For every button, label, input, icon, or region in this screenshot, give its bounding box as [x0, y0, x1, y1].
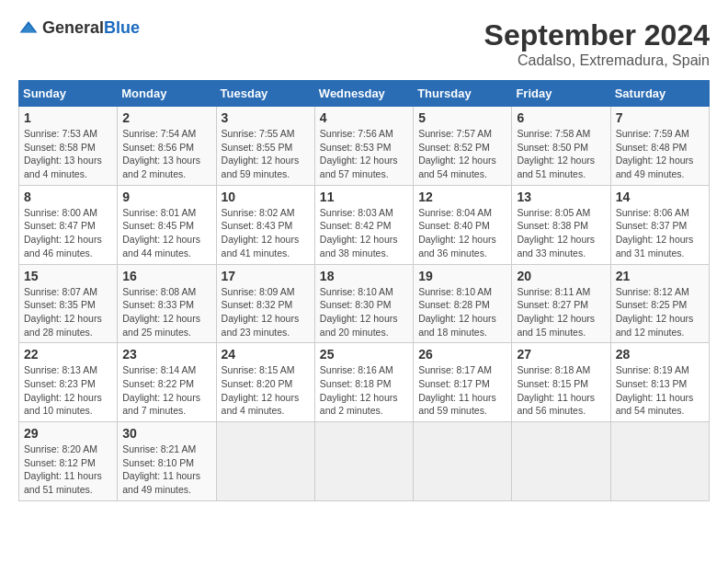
weekday-header-saturday: Saturday — [610, 81, 709, 107]
calendar-cell: 16Sunrise: 8:08 AM Sunset: 8:33 PM Dayli… — [118, 264, 216, 343]
logo-text: GeneralBlue — [42, 18, 140, 38]
calendar-cell — [610, 422, 709, 501]
title-area: September 2024 Cadalso, Extremadura, Spa… — [484, 18, 710, 69]
calendar-cell: 9Sunrise: 8:01 AM Sunset: 8:45 PM Daylig… — [118, 185, 216, 264]
calendar-cell: 10Sunrise: 8:02 AM Sunset: 8:43 PM Dayli… — [216, 185, 314, 264]
day-number: 5 — [418, 110, 506, 125]
weekday-header-friday: Friday — [512, 81, 610, 107]
calendar-cell: 26Sunrise: 8:17 AM Sunset: 8:17 PM Dayli… — [414, 343, 512, 422]
calendar-cell: 19Sunrise: 8:10 AM Sunset: 8:28 PM Dayli… — [414, 264, 512, 343]
day-number: 2 — [122, 110, 210, 125]
day-number: 14 — [616, 190, 704, 204]
calendar-cell: 2Sunrise: 7:54 AM Sunset: 8:56 PM Daylig… — [118, 107, 216, 186]
day-info: Sunrise: 8:18 AM Sunset: 8:15 PM Dayligh… — [517, 363, 605, 418]
week-row-2: 8Sunrise: 8:00 AM Sunset: 8:47 PM Daylig… — [19, 185, 710, 264]
day-info: Sunrise: 8:00 AM Sunset: 8:47 PM Dayligh… — [24, 206, 112, 260]
logo-blue: Blue — [104, 18, 140, 37]
day-info: Sunrise: 8:07 AM Sunset: 8:35 PM Dayligh… — [24, 285, 112, 339]
day-number: 18 — [320, 269, 408, 283]
day-number: 24 — [222, 347, 310, 362]
day-number: 9 — [122, 190, 210, 204]
calendar-cell: 25Sunrise: 8:16 AM Sunset: 8:18 PM Dayli… — [314, 343, 413, 422]
weekday-header-sunday: Sunday — [19, 81, 118, 107]
day-number: 12 — [418, 190, 506, 204]
day-info: Sunrise: 8:16 AM Sunset: 8:18 PM Dayligh… — [320, 363, 408, 418]
day-info: Sunrise: 8:12 AM Sunset: 8:25 PM Dayligh… — [616, 285, 704, 339]
day-info: Sunrise: 7:58 AM Sunset: 8:50 PM Dayligh… — [517, 127, 605, 181]
day-info: Sunrise: 7:53 AM Sunset: 8:58 PM Dayligh… — [24, 127, 112, 181]
day-info: Sunrise: 7:56 AM Sunset: 8:53 PM Dayligh… — [320, 127, 408, 181]
day-number: 25 — [320, 347, 408, 362]
day-number: 11 — [320, 190, 408, 204]
day-info: Sunrise: 8:20 AM Sunset: 8:12 PM Dayligh… — [24, 442, 112, 497]
day-number: 13 — [517, 190, 605, 204]
day-info: Sunrise: 8:17 AM Sunset: 8:17 PM Dayligh… — [418, 363, 506, 418]
calendar-cell: 13Sunrise: 8:05 AM Sunset: 8:38 PM Dayli… — [512, 185, 610, 264]
weekday-header-tuesday: Tuesday — [216, 81, 314, 107]
day-info: Sunrise: 7:55 AM Sunset: 8:55 PM Dayligh… — [222, 127, 310, 181]
week-row-1: 1Sunrise: 7:53 AM Sunset: 8:58 PM Daylig… — [19, 107, 710, 186]
calendar-cell: 4Sunrise: 7:56 AM Sunset: 8:53 PM Daylig… — [314, 107, 413, 186]
day-info: Sunrise: 7:57 AM Sunset: 8:52 PM Dayligh… — [418, 127, 506, 181]
day-number: 15 — [24, 269, 112, 283]
day-number: 26 — [418, 347, 506, 362]
month-title: September 2024 — [484, 18, 710, 52]
week-row-3: 15Sunrise: 8:07 AM Sunset: 8:35 PM Dayli… — [19, 264, 710, 343]
calendar-cell — [512, 422, 610, 501]
calendar: SundayMondayTuesdayWednesdayThursdayFrid… — [18, 80, 710, 501]
day-number: 8 — [24, 190, 112, 204]
day-number: 23 — [122, 347, 210, 362]
day-info: Sunrise: 7:59 AM Sunset: 8:48 PM Dayligh… — [616, 127, 704, 181]
day-number: 27 — [517, 347, 605, 362]
calendar-cell — [216, 422, 314, 501]
calendar-cell: 14Sunrise: 8:06 AM Sunset: 8:37 PM Dayli… — [610, 185, 709, 264]
day-number: 16 — [122, 269, 210, 283]
day-info: Sunrise: 8:13 AM Sunset: 8:23 PM Dayligh… — [24, 363, 112, 418]
calendar-cell: 12Sunrise: 8:04 AM Sunset: 8:40 PM Dayli… — [414, 185, 512, 264]
weekday-header-row: SundayMondayTuesdayWednesdayThursdayFrid… — [19, 81, 710, 107]
calendar-cell: 22Sunrise: 8:13 AM Sunset: 8:23 PM Dayli… — [19, 343, 118, 422]
day-number: 17 — [222, 269, 310, 283]
day-number: 10 — [222, 190, 310, 204]
day-number: 19 — [418, 269, 506, 283]
day-info: Sunrise: 8:19 AM Sunset: 8:13 PM Dayligh… — [616, 363, 704, 418]
calendar-cell: 1Sunrise: 7:53 AM Sunset: 8:58 PM Daylig… — [19, 107, 118, 186]
day-number: 20 — [517, 269, 605, 283]
calendar-cell: 28Sunrise: 8:19 AM Sunset: 8:13 PM Dayli… — [610, 343, 709, 422]
day-info: Sunrise: 8:02 AM Sunset: 8:43 PM Dayligh… — [222, 206, 310, 260]
calendar-cell: 15Sunrise: 8:07 AM Sunset: 8:35 PM Dayli… — [19, 264, 118, 343]
day-number: 7 — [616, 110, 704, 125]
weekday-header-wednesday: Wednesday — [314, 81, 413, 107]
day-info: Sunrise: 8:04 AM Sunset: 8:40 PM Dayligh… — [418, 206, 506, 260]
logo-general: General — [42, 18, 104, 37]
calendar-cell: 30Sunrise: 8:21 AM Sunset: 8:10 PM Dayli… — [118, 422, 216, 501]
day-info: Sunrise: 8:06 AM Sunset: 8:37 PM Dayligh… — [616, 206, 704, 260]
calendar-cell: 20Sunrise: 8:11 AM Sunset: 8:27 PM Dayli… — [512, 264, 610, 343]
day-info: Sunrise: 8:03 AM Sunset: 8:42 PM Dayligh… — [320, 206, 408, 260]
day-info: Sunrise: 8:21 AM Sunset: 8:10 PM Dayligh… — [122, 442, 210, 497]
day-info: Sunrise: 8:10 AM Sunset: 8:28 PM Dayligh… — [418, 285, 506, 339]
day-info: Sunrise: 8:05 AM Sunset: 8:38 PM Dayligh… — [517, 206, 605, 260]
day-info: Sunrise: 8:09 AM Sunset: 8:32 PM Dayligh… — [222, 285, 310, 339]
logo-icon — [18, 19, 39, 36]
calendar-cell — [414, 422, 512, 501]
day-number: 29 — [24, 426, 112, 441]
day-number: 3 — [222, 110, 310, 125]
day-number: 6 — [517, 110, 605, 125]
week-row-5: 29Sunrise: 8:20 AM Sunset: 8:12 PM Dayli… — [19, 422, 710, 501]
calendar-cell: 6Sunrise: 7:58 AM Sunset: 8:50 PM Daylig… — [512, 107, 610, 186]
logo: GeneralBlue — [18, 18, 140, 38]
calendar-cell: 21Sunrise: 8:12 AM Sunset: 8:25 PM Dayli… — [610, 264, 709, 343]
calendar-cell: 7Sunrise: 7:59 AM Sunset: 8:48 PM Daylig… — [610, 107, 709, 186]
day-number: 28 — [616, 347, 704, 362]
day-info: Sunrise: 8:10 AM Sunset: 8:30 PM Dayligh… — [320, 285, 408, 339]
calendar-cell: 8Sunrise: 8:00 AM Sunset: 8:47 PM Daylig… — [19, 185, 118, 264]
day-info: Sunrise: 8:08 AM Sunset: 8:33 PM Dayligh… — [122, 285, 210, 339]
day-number: 30 — [122, 426, 210, 441]
week-row-4: 22Sunrise: 8:13 AM Sunset: 8:23 PM Dayli… — [19, 343, 710, 422]
calendar-cell: 3Sunrise: 7:55 AM Sunset: 8:55 PM Daylig… — [216, 107, 314, 186]
day-info: Sunrise: 8:15 AM Sunset: 8:20 PM Dayligh… — [222, 363, 310, 418]
day-number: 1 — [24, 110, 112, 125]
calendar-cell: 5Sunrise: 7:57 AM Sunset: 8:52 PM Daylig… — [414, 107, 512, 186]
day-info: Sunrise: 7:54 AM Sunset: 8:56 PM Dayligh… — [122, 127, 210, 181]
